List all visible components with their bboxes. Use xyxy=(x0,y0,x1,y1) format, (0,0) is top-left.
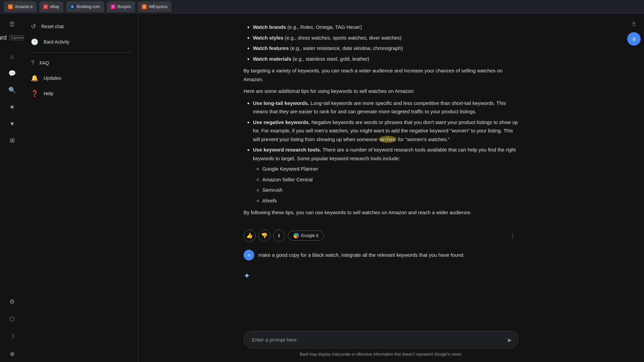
tool-4: Ahrefs xyxy=(262,196,519,205)
faq-icon: ? xyxy=(31,59,34,66)
chat-area: Watch brands (e.g., Rolex, Omega, TAG He… xyxy=(138,13,624,325)
bullet-list-top: Watch brands (e.g., Rolex, Omega, TAG He… xyxy=(244,23,519,63)
tab-amazon-label: Amazon.it xyxy=(15,4,33,9)
google-icon xyxy=(293,233,299,238)
settings-icon[interactable]: ⚙ xyxy=(4,294,20,310)
user-account-icon[interactable]: a xyxy=(627,32,641,46)
layers-icon[interactable]: ⊞ xyxy=(4,132,20,148)
export-button[interactable]: ⬇ xyxy=(273,230,285,242)
thumbs-up-button[interactable]: 👍 xyxy=(244,230,256,242)
extension-icon[interactable]: ⬡ xyxy=(4,311,20,327)
right-panel: ⠿ a xyxy=(624,13,644,362)
favicon-amazon: A xyxy=(8,4,13,9)
main-content: Watch brands (e.g., Rolex, Omega, TAG He… xyxy=(138,13,624,362)
tip-1: Use long-tail keywords. Long-tail keywor… xyxy=(253,99,519,116)
user-avatar: a xyxy=(244,250,254,260)
action-bar: 👍 👎 ⬇ Google it ⋮ xyxy=(244,227,519,244)
tip-3: Use keyword research tools. There are a … xyxy=(253,145,519,205)
updates-icon: 🔔 xyxy=(31,74,38,82)
bard-activity-item[interactable]: 🕐 Bard Activity xyxy=(24,34,132,50)
input-area: ➤ Bard may display inaccurate or offensi… xyxy=(138,325,624,362)
left-icon-sidebar: ☰ Bard Experiment ⌂ 💬 🔍 ★ ♥ ⊞ ⚙ ⬡ ☽ ⊕ xyxy=(0,13,24,362)
apps-icon[interactable]: ⠿ xyxy=(627,17,641,31)
list-item: Watch styles (e.g., dress watches, sport… xyxy=(253,34,519,42)
tip-2: Use negative keywords. Negative keywords… xyxy=(253,118,519,144)
bard-thinking-indicator: ✦ xyxy=(244,266,519,286)
tab-aliexpress[interactable]: A AliExpress xyxy=(138,1,172,12)
tool-2: Amazon Seller Central xyxy=(262,175,519,184)
tab-amazon[interactable]: A Amazon.it xyxy=(4,1,37,12)
nav-divider xyxy=(30,52,132,53)
tab-booking[interactable]: B Booking.com xyxy=(66,1,104,12)
tab-ebay[interactable]: e eBay xyxy=(39,1,63,12)
tab-booking-label: Booking.com xyxy=(77,4,100,9)
hamburger-button[interactable]: ☰ xyxy=(4,16,20,32)
home-icon[interactable]: ⌂ xyxy=(4,49,20,65)
user-message-text: make a good copy for a black watch, inte… xyxy=(258,250,465,259)
reset-chat-label: Reset chat xyxy=(41,24,64,29)
tab-bonprix-label: Bonprix xyxy=(117,4,131,9)
user-message: a make a good copy for a black watch, in… xyxy=(244,244,519,266)
updates-item[interactable]: 🔔 Updates xyxy=(24,70,132,86)
help-item[interactable]: ❓ Help xyxy=(24,86,132,101)
browser-bar: A Amazon.it e eBay B Booking.com b Bonpr… xyxy=(0,0,644,13)
paragraph-1: By targeting a variety of keywords, you … xyxy=(244,66,519,83)
star-icon[interactable]: ★ xyxy=(4,99,20,115)
tab-bonprix[interactable]: b Bonprix xyxy=(107,1,135,12)
more-options-button[interactable]: ⋮ xyxy=(506,230,519,242)
tab-ali-label: AliExpress xyxy=(149,4,168,9)
updates-label: Updates xyxy=(44,75,61,81)
heart-icon[interactable]: ♥ xyxy=(4,116,20,132)
thumbs-down-button[interactable]: 👎 xyxy=(258,230,270,242)
dark-mode-icon[interactable]: ☽ xyxy=(4,328,20,345)
bard-activity-label: Bard Activity xyxy=(44,39,69,45)
tab-ebay-label: eBay xyxy=(50,4,59,9)
highlighted-text: arches xyxy=(379,136,396,143)
help-icon: ❓ xyxy=(31,90,38,97)
paragraph-2: Here are some additional tips for using … xyxy=(244,87,519,96)
google-it-button[interactable]: Google it xyxy=(288,231,324,241)
tool-3: Semrush xyxy=(262,186,519,194)
faq-item[interactable]: ? FAQ xyxy=(24,55,132,70)
tips-list: Use long-tail keywords. Long-tail keywor… xyxy=(244,99,519,205)
list-item: Watch materials (e.g., stainless steel, … xyxy=(253,55,519,63)
send-button[interactable]: ➤ xyxy=(504,335,515,346)
response-block: Watch brands (e.g., Rolex, Omega, TAG He… xyxy=(244,13,519,227)
reset-icon: ↺ xyxy=(31,23,36,30)
explore-icon[interactable]: 🔍 xyxy=(4,82,20,98)
help-label: Help xyxy=(44,91,53,96)
prompt-input[interactable] xyxy=(244,331,519,348)
reset-chat-item[interactable]: ↺ Reset chat xyxy=(24,19,132,34)
paragraph-3: By following these tips, you can use key… xyxy=(244,208,519,217)
help-circle-icon[interactable]: ⊕ xyxy=(4,346,20,362)
favicon-booking: B xyxy=(70,4,75,9)
nav-panel: ↺ Reset chat 🕐 Bard Activity ? FAQ 🔔 Upd… xyxy=(24,13,138,362)
activity-icon: 🕐 xyxy=(31,38,38,46)
favicon-ali: A xyxy=(142,4,147,9)
bard-title: Bard xyxy=(0,34,7,41)
list-item: Watch brands (e.g., Rolex, Omega, TAG He… xyxy=(253,23,519,32)
google-it-label: Google it xyxy=(301,233,318,238)
tools-list: Google Keyword Planner Amazon Seller Cen… xyxy=(253,165,519,205)
list-item: Watch features (e.g., water resistance, … xyxy=(253,44,519,53)
bard-star-icon: ✦ xyxy=(244,271,250,281)
tool-1: Google Keyword Planner xyxy=(262,165,519,173)
disclaimer-text: Bard may display inaccurate or offensive… xyxy=(300,352,463,357)
input-wrapper: ➤ xyxy=(244,331,519,349)
favicon-ebay: e xyxy=(43,4,48,9)
faq-label: FAQ xyxy=(40,60,49,66)
favicon-bonprix: b xyxy=(111,4,115,9)
chat-icon[interactable]: 💬 xyxy=(4,65,20,81)
